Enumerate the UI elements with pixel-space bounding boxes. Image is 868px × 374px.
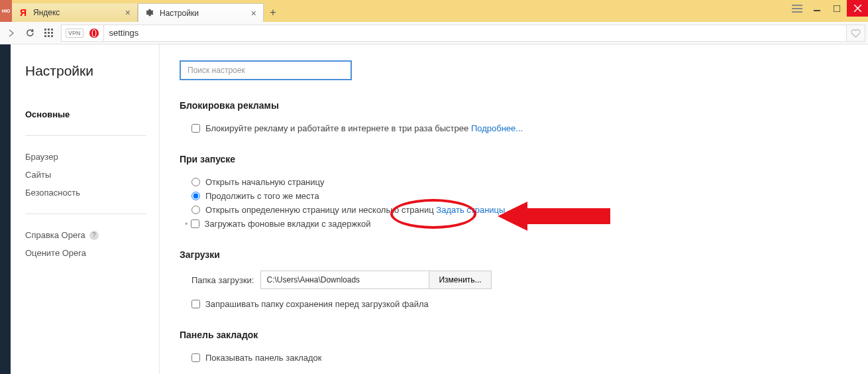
adblock-more-link[interactable]: Подробнее... bbox=[471, 123, 523, 133]
reload-button[interactable] bbox=[21, 25, 38, 42]
yandex-icon: Я bbox=[19, 8, 28, 17]
svg-rect-14 bbox=[48, 35, 50, 37]
svg-rect-12 bbox=[51, 32, 53, 34]
tab-title: Настройки bbox=[160, 9, 248, 18]
svg-rect-7 bbox=[44, 29, 46, 31]
radio-label: Открыть определенную страницу или нескол… bbox=[205, 205, 434, 215]
address-prefix: VPN bbox=[61, 25, 104, 42]
startup-radio-continue[interactable] bbox=[191, 192, 200, 200]
close-icon[interactable]: × bbox=[123, 7, 133, 18]
download-folder-row: Папка загрузки: Изменить... bbox=[180, 271, 848, 289]
sidebar-item-label: Справка Opera bbox=[25, 230, 85, 240]
sidebar-item-sites[interactable]: Сайты bbox=[25, 166, 146, 184]
section-bookmarks: Панель закладок Показывать панель заклад… bbox=[180, 330, 848, 365]
sidebar-item-browser[interactable]: Браузер bbox=[25, 148, 146, 166]
left-sidebar-strip bbox=[0, 44, 11, 374]
startup-option-pages: Открыть определенную страницу или нескол… bbox=[180, 203, 848, 217]
set-pages-link[interactable]: Задать страницы bbox=[436, 205, 505, 215]
svg-rect-2 bbox=[792, 11, 802, 13]
new-tab-button[interactable]: + bbox=[264, 3, 282, 22]
checkbox-label: Загружать фоновые вкладки с задержкой bbox=[205, 219, 371, 229]
sidebar-item-basic[interactable]: Основные bbox=[25, 105, 146, 123]
divider bbox=[25, 135, 146, 136]
download-folder-label: Папка загрузки: bbox=[191, 275, 254, 285]
tab-yandex[interactable]: Я Яндекс × bbox=[12, 3, 138, 22]
gear-icon bbox=[145, 7, 154, 19]
tab-settings[interactable]: Настройки × bbox=[138, 3, 264, 22]
adblock-option: Блокируйте рекламу и работайте в интерне… bbox=[180, 121, 848, 135]
svg-rect-9 bbox=[51, 29, 53, 31]
speed-dial-button[interactable] bbox=[40, 25, 57, 42]
show-bookmarks-option: Показывать панель закладок bbox=[180, 351, 848, 365]
sidebar-item-rate[interactable]: Оцените Opera bbox=[25, 244, 146, 262]
content-area: Настройки Основные Браузер Сайты Безопас… bbox=[0, 44, 868, 374]
menu-button[interactable]: НЮ bbox=[0, 0, 12, 22]
section-downloads: Загрузки Папка загрузки: Изменить... Зап… bbox=[180, 249, 848, 311]
tab-title: Яндекс bbox=[33, 8, 123, 17]
svg-rect-13 bbox=[44, 35, 46, 37]
startup-radio-pages[interactable] bbox=[191, 206, 200, 214]
bullet-icon: • bbox=[185, 219, 188, 229]
bookmark-heart-icon[interactable] bbox=[847, 25, 865, 42]
address-bar: VPN bbox=[0, 22, 868, 44]
ask-folder-option: Запрашивать папку сохранения перед загру… bbox=[180, 297, 848, 311]
vpn-badge[interactable]: VPN bbox=[66, 29, 83, 38]
search-input[interactable] bbox=[180, 60, 352, 80]
delay-checkbox[interactable] bbox=[191, 219, 199, 228]
section-title: При запуске bbox=[180, 154, 848, 164]
easy-setup-icon[interactable] bbox=[787, 0, 807, 17]
sidebar-item-help[interactable]: Справка Opera ? bbox=[25, 226, 146, 244]
forward-button[interactable] bbox=[3, 25, 20, 42]
adblock-checkbox[interactable] bbox=[191, 124, 200, 133]
titlebar: НЮ Я Яндекс × Настройки × + bbox=[0, 0, 868, 22]
address-input[interactable] bbox=[104, 25, 847, 42]
minimize-button[interactable] bbox=[807, 0, 827, 17]
section-adblock: Блокировка рекламы Блокируйте рекламу и … bbox=[180, 100, 848, 135]
window-close-button[interactable] bbox=[847, 0, 868, 17]
svg-rect-1 bbox=[792, 8, 802, 9]
svg-rect-10 bbox=[44, 32, 46, 34]
svg-rect-0 bbox=[792, 5, 802, 6]
opera-icon bbox=[89, 28, 99, 38]
startup-option-delay: • Загружать фоновые вкладки с задержкой bbox=[180, 217, 848, 231]
startup-option-home: Открыть начальную страницу bbox=[180, 175, 848, 189]
settings-main: Блокировка рекламы Блокируйте рекламу и … bbox=[160, 44, 868, 374]
adblock-label: Блокируйте рекламу и работайте в интерне… bbox=[205, 123, 468, 133]
section-title: Загрузки bbox=[180, 249, 848, 260]
maximize-button[interactable] bbox=[827, 0, 847, 17]
svg-rect-8 bbox=[48, 29, 50, 31]
startup-option-continue: Продолжить с того же места bbox=[180, 189, 848, 203]
download-path-input[interactable] bbox=[260, 271, 429, 289]
radio-label: Открыть начальную страницу bbox=[205, 177, 325, 187]
checkbox-label: Запрашивать папку сохранения перед загру… bbox=[205, 299, 429, 309]
ask-folder-checkbox[interactable] bbox=[191, 300, 200, 308]
show-bookmarks-checkbox[interactable] bbox=[191, 353, 200, 362]
window-controls bbox=[787, 0, 868, 17]
close-icon[interactable]: × bbox=[248, 8, 259, 19]
section-title: Панель закладок bbox=[180, 330, 848, 340]
svg-point-18 bbox=[92, 30, 95, 36]
settings-sidebar: Настройки Основные Браузер Сайты Безопас… bbox=[11, 44, 160, 374]
checkbox-label: Показывать панель закладок bbox=[205, 353, 322, 363]
radio-label: Продолжить с того же места bbox=[205, 191, 319, 201]
sidebar-title: Настройки bbox=[25, 63, 146, 79]
svg-rect-11 bbox=[48, 32, 50, 34]
svg-rect-4 bbox=[834, 5, 840, 12]
tabs-container: Я Яндекс × Настройки × + bbox=[12, 0, 282, 22]
sidebar-item-security[interactable]: Безопасность bbox=[25, 184, 146, 202]
help-icon: ? bbox=[89, 231, 99, 240]
section-startup: При запуске Открыть начальную страницу П… bbox=[180, 154, 848, 231]
svg-rect-3 bbox=[814, 10, 820, 11]
svg-rect-15 bbox=[51, 35, 53, 37]
startup-radio-home[interactable] bbox=[191, 178, 200, 186]
divider bbox=[25, 214, 146, 214]
change-folder-button[interactable]: Изменить... bbox=[429, 271, 491, 289]
section-title: Блокировка рекламы bbox=[180, 100, 848, 111]
